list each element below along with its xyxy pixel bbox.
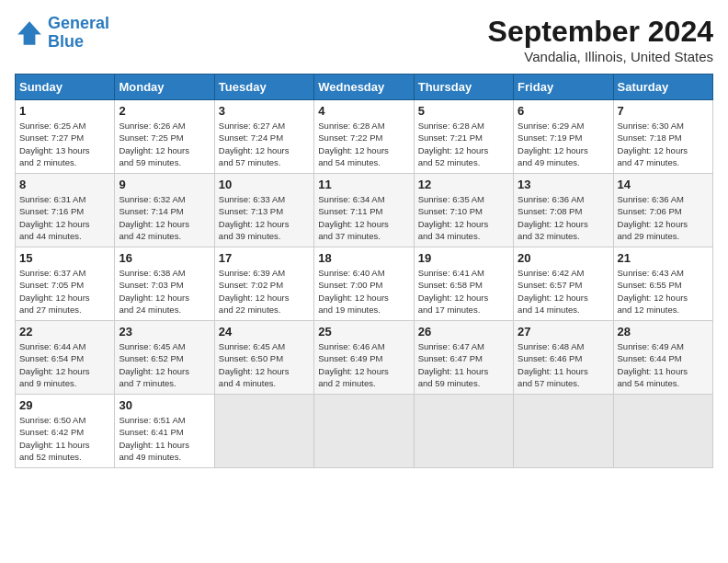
day-number: 22 (19, 325, 110, 339)
day-number: 24 (219, 325, 310, 339)
day-number: 9 (119, 178, 210, 191)
calendar-title: September 2024 (488, 15, 713, 49)
day-number: 2 (119, 104, 210, 118)
calendar-cell: 8Sunrise: 6:31 AM Sunset: 7:16 PM Daylig… (16, 174, 115, 247)
calendar-cell (613, 395, 712, 468)
day-number: 15 (19, 251, 110, 265)
day-detail: Sunrise: 6:49 AM Sunset: 6:44 PM Dayligh… (618, 340, 709, 389)
day-number: 26 (418, 325, 509, 339)
day-detail: Sunrise: 6:41 AM Sunset: 6:58 PM Dayligh… (418, 267, 509, 316)
weekday-header: Monday (115, 75, 214, 100)
day-number: 1 (19, 104, 110, 118)
day-number: 25 (318, 325, 409, 339)
day-detail: Sunrise: 6:46 AM Sunset: 6:49 PM Dayligh… (318, 340, 409, 389)
day-detail: Sunrise: 6:48 AM Sunset: 6:46 PM Dayligh… (518, 340, 609, 389)
calendar-cell: 17Sunrise: 6:39 AM Sunset: 7:02 PM Dayli… (214, 247, 313, 321)
calendar-cell: 24Sunrise: 6:45 AM Sunset: 6:50 PM Dayli… (214, 321, 313, 395)
day-detail: Sunrise: 6:34 AM Sunset: 7:11 PM Dayligh… (318, 193, 409, 242)
day-number: 18 (318, 251, 409, 265)
day-detail: Sunrise: 6:36 AM Sunset: 7:08 PM Dayligh… (518, 193, 609, 242)
day-number: 17 (219, 251, 310, 265)
weekday-header: Sunday (16, 75, 115, 100)
day-detail: Sunrise: 6:50 AM Sunset: 6:42 PM Dayligh… (19, 414, 110, 463)
calendar-cell: 11Sunrise: 6:34 AM Sunset: 7:11 PM Dayli… (314, 174, 414, 247)
calendar-cell: 29Sunrise: 6:50 AM Sunset: 6:42 PM Dayli… (16, 395, 115, 468)
calendar-cell (514, 395, 613, 468)
day-number: 20 (518, 251, 609, 265)
calendar-cell: 1Sunrise: 6:25 AM Sunset: 7:27 PM Daylig… (16, 100, 115, 174)
day-detail: Sunrise: 6:44 AM Sunset: 6:54 PM Dayligh… (19, 340, 110, 389)
calendar-week-row: 1Sunrise: 6:25 AM Sunset: 7:27 PM Daylig… (16, 100, 713, 174)
day-detail: Sunrise: 6:42 AM Sunset: 6:57 PM Dayligh… (518, 267, 609, 316)
calendar-cell: 23Sunrise: 6:45 AM Sunset: 6:52 PM Dayli… (115, 321, 214, 395)
weekday-header: Friday (514, 75, 613, 100)
calendar-cell: 22Sunrise: 6:44 AM Sunset: 6:54 PM Dayli… (16, 321, 115, 395)
day-number: 12 (418, 178, 509, 191)
day-number: 4 (318, 104, 409, 118)
weekday-header: Thursday (414, 75, 513, 100)
calendar-body: 1Sunrise: 6:25 AM Sunset: 7:27 PM Daylig… (16, 100, 713, 468)
day-detail: Sunrise: 6:30 AM Sunset: 7:18 PM Dayligh… (618, 120, 709, 168)
day-detail: Sunrise: 6:47 AM Sunset: 6:47 PM Dayligh… (418, 340, 509, 389)
day-number: 27 (518, 325, 609, 339)
logo-icon (15, 18, 44, 48)
calendar-cell: 10Sunrise: 6:33 AM Sunset: 7:13 PM Dayli… (214, 174, 313, 247)
calendar-cell: 2Sunrise: 6:26 AM Sunset: 7:25 PM Daylig… (115, 100, 214, 174)
calendar-cell: 6Sunrise: 6:29 AM Sunset: 7:19 PM Daylig… (514, 100, 613, 174)
day-number: 29 (19, 398, 110, 412)
day-number: 5 (418, 104, 509, 118)
calendar-cell: 4Sunrise: 6:28 AM Sunset: 7:22 PM Daylig… (314, 100, 414, 174)
calendar-table: SundayMondayTuesdayWednesdayThursdayFrid… (15, 74, 713, 468)
calendar-cell (314, 395, 414, 468)
day-number: 8 (19, 178, 110, 191)
day-detail: Sunrise: 6:45 AM Sunset: 6:50 PM Dayligh… (219, 340, 310, 389)
calendar-cell (414, 395, 513, 468)
calendar-cell: 30Sunrise: 6:51 AM Sunset: 6:41 PM Dayli… (115, 395, 214, 468)
calendar-cell: 3Sunrise: 6:27 AM Sunset: 7:24 PM Daylig… (214, 100, 313, 174)
calendar-cell: 16Sunrise: 6:38 AM Sunset: 7:03 PM Dayli… (115, 247, 214, 321)
weekday-header: Tuesday (214, 75, 313, 100)
day-number: 14 (618, 178, 709, 191)
calendar-cell: 19Sunrise: 6:41 AM Sunset: 6:58 PM Dayli… (414, 247, 513, 321)
calendar-cell: 13Sunrise: 6:36 AM Sunset: 7:08 PM Dayli… (514, 174, 613, 247)
logo-text: General Blue (48, 15, 109, 52)
day-detail: Sunrise: 6:33 AM Sunset: 7:13 PM Dayligh… (219, 193, 310, 242)
calendar-cell: 15Sunrise: 6:37 AM Sunset: 7:05 PM Dayli… (16, 247, 115, 321)
day-number: 23 (119, 325, 210, 339)
day-detail: Sunrise: 6:45 AM Sunset: 6:52 PM Dayligh… (119, 340, 210, 389)
calendar-cell: 9Sunrise: 6:32 AM Sunset: 7:14 PM Daylig… (115, 174, 214, 247)
header: General Blue September 2024 Vandalia, Il… (15, 15, 713, 64)
day-detail: Sunrise: 6:36 AM Sunset: 7:06 PM Dayligh… (618, 193, 709, 242)
calendar-cell: 28Sunrise: 6:49 AM Sunset: 6:44 PM Dayli… (613, 321, 712, 395)
day-detail: Sunrise: 6:27 AM Sunset: 7:24 PM Dayligh… (219, 120, 310, 168)
weekday-header: Wednesday (314, 75, 414, 100)
calendar-week-row: 15Sunrise: 6:37 AM Sunset: 7:05 PM Dayli… (16, 247, 713, 321)
calendar-header-row: SundayMondayTuesdayWednesdayThursdayFrid… (16, 75, 713, 100)
calendar-cell: 26Sunrise: 6:47 AM Sunset: 6:47 PM Dayli… (414, 321, 513, 395)
day-detail: Sunrise: 6:31 AM Sunset: 7:16 PM Dayligh… (19, 193, 110, 242)
day-detail: Sunrise: 6:43 AM Sunset: 6:55 PM Dayligh… (618, 267, 709, 316)
svg-marker-0 (17, 21, 41, 45)
day-detail: Sunrise: 6:25 AM Sunset: 7:27 PM Dayligh… (19, 120, 110, 168)
day-detail: Sunrise: 6:29 AM Sunset: 7:19 PM Dayligh… (518, 120, 609, 168)
day-detail: Sunrise: 6:28 AM Sunset: 7:22 PM Dayligh… (318, 120, 409, 168)
calendar-cell: 25Sunrise: 6:46 AM Sunset: 6:49 PM Dayli… (314, 321, 414, 395)
day-detail: Sunrise: 6:39 AM Sunset: 7:02 PM Dayligh… (219, 267, 310, 316)
day-number: 16 (119, 251, 210, 265)
day-detail: Sunrise: 6:35 AM Sunset: 7:10 PM Dayligh… (418, 193, 509, 242)
day-detail: Sunrise: 6:37 AM Sunset: 7:05 PM Dayligh… (19, 267, 110, 316)
day-number: 21 (618, 251, 709, 265)
calendar-cell: 7Sunrise: 6:30 AM Sunset: 7:18 PM Daylig… (613, 100, 712, 174)
day-number: 19 (418, 251, 509, 265)
calendar-cell: 14Sunrise: 6:36 AM Sunset: 7:06 PM Dayli… (613, 174, 712, 247)
calendar-cell (214, 395, 313, 468)
day-number: 28 (618, 325, 709, 339)
calendar-cell: 5Sunrise: 6:28 AM Sunset: 7:21 PM Daylig… (414, 100, 513, 174)
day-detail: Sunrise: 6:26 AM Sunset: 7:25 PM Dayligh… (119, 120, 210, 168)
calendar-cell: 12Sunrise: 6:35 AM Sunset: 7:10 PM Dayli… (414, 174, 513, 247)
title-area: September 2024 Vandalia, Illinois, Unite… (488, 15, 713, 64)
calendar-week-row: 22Sunrise: 6:44 AM Sunset: 6:54 PM Dayli… (16, 321, 713, 395)
calendar-week-row: 29Sunrise: 6:50 AM Sunset: 6:42 PM Dayli… (16, 395, 713, 468)
day-number: 6 (518, 104, 609, 118)
calendar-week-row: 8Sunrise: 6:31 AM Sunset: 7:16 PM Daylig… (16, 174, 713, 247)
